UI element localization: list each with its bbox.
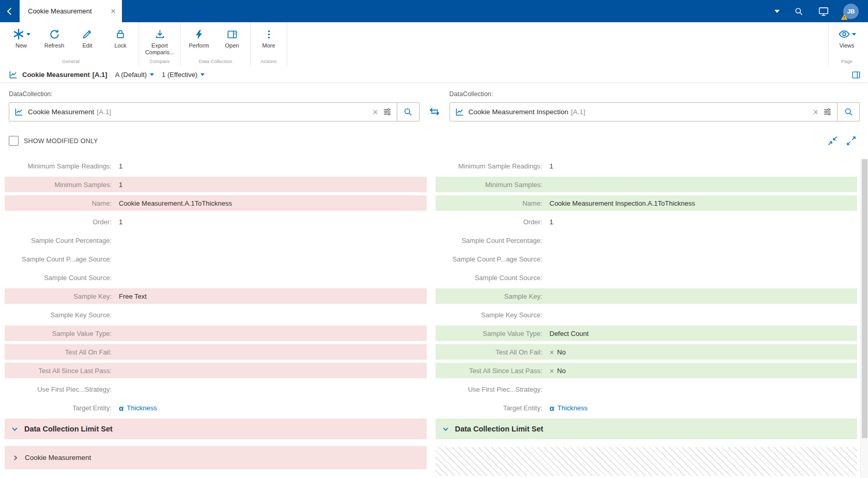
field-value-text: No: [557, 367, 566, 375]
clear-icon[interactable]: ×: [373, 107, 378, 117]
field-value: 1: [546, 218, 553, 226]
topbar: Cookie Measurement × JB: [0, 0, 868, 22]
new-button[interactable]: New: [5, 27, 38, 49]
lock-button[interactable]: Lock: [104, 27, 137, 49]
monitor-icon[interactable]: [818, 6, 829, 17]
chevron-left-icon: [4, 6, 16, 17]
table-row: Sample Count Source:: [436, 270, 858, 285]
panel-toggle-icon[interactable]: [851, 70, 861, 80]
ribbon-group-actions: More Actions: [251, 22, 287, 67]
table-row: Test All Since Last Pass: × No: [436, 363, 858, 378]
field-label: Sample Key Source:: [436, 311, 546, 319]
field-label: Target Entity:: [436, 404, 546, 412]
filter-sliders-icon[interactable]: [383, 107, 392, 116]
left-input-version: [A.1]: [97, 108, 111, 116]
swap-button[interactable]: [420, 90, 450, 121]
lightning-icon: [194, 29, 205, 40]
section-title: Data Collection Limit Set: [24, 425, 113, 433]
more-button-label: More: [262, 42, 275, 49]
section-data-collection-limit-set[interactable]: Data Collection Limit Set: [5, 419, 427, 439]
table-row: Target Entity: α Thickness: [5, 400, 427, 415]
ribbon-group-compare: Export Comparis... Compare: [139, 22, 181, 67]
field-label: Test All Since Last Pass:: [436, 367, 546, 375]
right-datacollection-input[interactable]: Cookie Measurement Inspection [A.1] ×: [450, 102, 838, 121]
target-entity-link[interactable]: Thickness: [557, 404, 588, 412]
left-input-value: Cookie Measurement: [28, 108, 94, 116]
field-label: Minimum Sample Readings:: [436, 162, 546, 170]
perform-button[interactable]: Perform: [182, 27, 215, 49]
field-value: Defect Count: [546, 330, 589, 337]
entity-icon: α: [119, 404, 123, 412]
table-row: Sample Count Source:: [5, 270, 427, 285]
revision-dropdown[interactable]: A (Default): [115, 71, 154, 79]
tab-close-icon[interactable]: ×: [111, 7, 116, 16]
ribbon-group-label-general: General: [5, 58, 137, 67]
search-icon: [403, 107, 413, 117]
chevron-down-icon: [200, 73, 205, 76]
table-row: Sample Count Percentage:: [5, 233, 427, 248]
more-button[interactable]: More: [252, 27, 285, 49]
table-row: Sample Key Source:: [436, 307, 858, 322]
field-value: 1: [115, 218, 122, 226]
ribbon-group-general: New Refresh Edit: [3, 22, 139, 67]
field-label: Sample Key:: [5, 292, 115, 300]
export-comparison-label: Export Comparis...: [143, 42, 177, 56]
chevron-down-icon: [150, 73, 154, 76]
field-label: Minimum Samples:: [436, 181, 546, 189]
table-row: Name: Cookie Measurement Inspection.A.1T…: [436, 195, 858, 211]
field-label: Name:: [5, 199, 115, 207]
entity-icon: α: [550, 404, 554, 412]
topbar-actions: JB: [774, 4, 868, 19]
ribbon-group-page: Views Page: [828, 22, 865, 67]
selectors-row: DataCollection: Cookie Measurement [A.1]…: [0, 90, 868, 121]
tab-cookie-measurement[interactable]: Cookie Measurement ×: [20, 0, 122, 22]
collapse-all-icon[interactable]: [827, 135, 838, 146]
field-label: Minimum Sample Readings:: [5, 162, 115, 170]
open-button[interactable]: Open: [215, 27, 249, 49]
chart-icon: [9, 70, 18, 79]
back-button[interactable]: [0, 0, 20, 22]
pencil-icon: [82, 28, 93, 40]
collapsed-item-label: Cookie Measurement: [25, 454, 91, 461]
field-label: Sample Key Source:: [5, 311, 115, 319]
expand-all-icon[interactable]: [846, 135, 857, 146]
right-selector: DataCollection: Cookie Measurement Inspe…: [450, 90, 860, 121]
field-label: Name:: [436, 199, 546, 207]
ellipsis-vertical-icon: [264, 29, 274, 40]
scrollbar-thumb[interactable]: [862, 159, 867, 438]
edit-button[interactable]: Edit: [71, 27, 104, 49]
table-row: Name: Cookie Measurement.A.1ToThickness: [5, 195, 427, 211]
ribbon-group-label-compare: Compare: [141, 58, 179, 67]
chevron-down-icon[interactable]: [774, 10, 780, 13]
chevron-down-icon: [442, 425, 450, 433]
show-modified-only-checkbox[interactable]: [9, 136, 19, 146]
vertical-scrollbar[interactable]: [860, 159, 868, 478]
warning-icon: [841, 13, 848, 21]
revision-label: A (Default): [115, 71, 147, 79]
refresh-button[interactable]: Refresh: [38, 27, 71, 49]
table-row: Sample Value Type: Defect Count: [436, 326, 858, 341]
filter-sliders-icon[interactable]: [823, 107, 832, 116]
clear-icon[interactable]: ×: [813, 107, 818, 117]
table-row: Minimum Sample Readings: 1: [436, 158, 858, 174]
views-button-label: Views: [839, 42, 854, 49]
views-button[interactable]: Views: [830, 27, 863, 49]
section-data-collection-limit-set[interactable]: Data Collection Limit Set: [436, 419, 858, 439]
search-button[interactable]: [837, 102, 860, 121]
field-label: Sample Count P...age Source:: [5, 255, 115, 263]
left-datacollection-input[interactable]: Cookie Measurement [A.1] ×: [9, 102, 397, 121]
avatar[interactable]: JB: [843, 4, 859, 19]
effective-dropdown[interactable]: 1 (Effective): [162, 71, 205, 79]
search-icon[interactable]: [794, 6, 804, 17]
export-comparison-button[interactable]: Export Comparis...: [141, 27, 179, 56]
search-button[interactable]: [397, 102, 420, 121]
left-selector: DataCollection: Cookie Measurement [A.1]…: [9, 90, 420, 121]
effective-label: 1 (Effective): [162, 71, 197, 79]
collapsed-item-cookie-measurement[interactable]: Cookie Measurement: [5, 446, 427, 469]
field-value: 1: [115, 181, 122, 189]
target-entity-link[interactable]: Thickness: [127, 404, 157, 412]
field-value: Cookie Measurement Inspection.A.1ToThick…: [546, 199, 695, 207]
search-icon: [844, 107, 854, 117]
right-selector-label: DataCollection:: [450, 90, 860, 98]
left-compare-panel: Minimum Sample Readings: 1 Minimum Sampl…: [5, 158, 427, 476]
